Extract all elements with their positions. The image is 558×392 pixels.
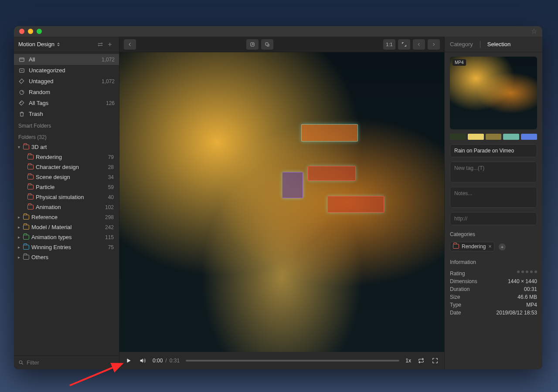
folder-character-design[interactable]: Character design28 [14, 162, 119, 172]
player-bar: 0:00 / 0:31 1x [119, 352, 444, 369]
folder-icon [27, 165, 34, 169]
svg-line-7 [70, 364, 122, 385]
folder-icon [23, 245, 30, 250]
folder-rendering[interactable]: Rendering79 [14, 152, 119, 162]
category-chip[interactable]: Rendering × [450, 242, 494, 251]
sidebar-item-trash[interactable]: Trash [14, 108, 119, 119]
inspector-body: MP4 Rain on Parade on Vimeo New tag...(T… [445, 52, 542, 369]
next-button[interactable] [428, 39, 440, 50]
fullscreen-button[interactable] [431, 357, 439, 365]
sidebar-item-all-tags[interactable]: All Tags126 [14, 98, 119, 108]
information-label: Information [450, 259, 537, 265]
info-row-type: TypeMP4 [450, 301, 537, 309]
folder-3d-art[interactable]: ▾3D art [14, 142, 119, 152]
open-external-button[interactable] [246, 39, 259, 50]
close-window-icon[interactable] [19, 29, 24, 34]
folder-scene-design[interactable]: Scene design34 [14, 172, 119, 182]
preview-pane: 1:1 [119, 37, 445, 369]
folder-physical-simulation[interactable]: Physical simulation40 [14, 192, 119, 202]
scale-actual-button[interactable]: 1:1 [383, 39, 395, 50]
color-swatch[interactable] [521, 134, 537, 140]
notes-input[interactable]: Notes... [450, 187, 537, 208]
folder-reference[interactable]: ▸Reference298 [14, 212, 119, 222]
disclosure-icon[interactable]: ▸ [17, 225, 21, 230]
trash-icon [18, 111, 25, 117]
tags-icon [18, 100, 25, 106]
folder-icon [23, 255, 30, 260]
folder-model-material[interactable]: ▸Model / Material242 [14, 222, 119, 232]
back-button[interactable] [124, 39, 136, 50]
smart-folders-label: Smart Folders [14, 119, 119, 131]
category-chip-label: Rendering [462, 243, 486, 250]
sidebar-item-all[interactable]: All1,072 [14, 54, 119, 65]
color-swatch[interactable] [486, 134, 502, 140]
tab-selection[interactable]: Selection [487, 39, 510, 49]
annotation-arrow [65, 362, 126, 388]
speed-button[interactable]: 1x [405, 358, 411, 364]
info-row-size: Size46.6 MB [450, 293, 537, 301]
folder-particle[interactable]: Particle59 [14, 182, 119, 192]
folder-icon [27, 195, 34, 199]
seek-bar[interactable] [186, 360, 399, 362]
folder-icon [453, 244, 459, 249]
untag-icon [18, 78, 25, 84]
zoom-window-icon[interactable] [37, 29, 42, 34]
window-controls [19, 29, 42, 34]
sidebar-item-random[interactable]: Random [14, 87, 119, 98]
folder-others[interactable]: ▸Others [14, 252, 119, 262]
remove-chip-icon[interactable]: × [488, 243, 491, 250]
svg-point-2 [20, 90, 24, 94]
rating-stars[interactable] [517, 270, 537, 277]
color-swatch[interactable] [503, 134, 519, 140]
folder-icon [23, 235, 30, 240]
fit-button[interactable] [398, 39, 410, 50]
time-duration: 0:31 [170, 358, 180, 364]
svg-point-4 [19, 361, 22, 364]
svg-rect-0 [20, 57, 24, 61]
preview-viewport[interactable] [119, 52, 444, 352]
categories-label: Categories [450, 231, 537, 237]
tag-input[interactable]: New tag...(T) [450, 162, 537, 182]
folder-animation-types[interactable]: ▸Animation types115 [14, 232, 119, 242]
preview-toolbar: 1:1 [119, 37, 444, 52]
uncat-icon [18, 68, 25, 74]
folder-icon [23, 225, 30, 230]
thumbnail[interactable]: MP4 [450, 57, 537, 129]
disclosure-icon[interactable]: ▸ [17, 245, 21, 250]
sidebar-list[interactable]: All1,072UncategorizedUntagged1,072Random… [14, 52, 119, 355]
library-header: Motion Design [14, 37, 119, 52]
pin-icon[interactable] [531, 28, 537, 34]
prev-button[interactable] [413, 39, 425, 50]
folder-icon [27, 155, 34, 159]
preview-media [119, 52, 444, 352]
title-field[interactable]: Rain on Parade on Vimeo [450, 144, 537, 157]
volume-button[interactable] [139, 357, 146, 365]
toggle-sidebar-button[interactable] [95, 40, 105, 49]
disclosure-icon[interactable]: ▸ [17, 235, 21, 240]
tab-category[interactable]: Category [450, 39, 473, 49]
info-row-rating: Rating [450, 270, 537, 277]
disclosure-icon[interactable]: ▾ [17, 145, 21, 149]
loop-button[interactable] [417, 357, 425, 365]
inspector-tabs: Category Selection [445, 37, 542, 52]
svg-rect-6 [265, 43, 268, 45]
url-input[interactable]: http:// [450, 212, 537, 225]
color-swatches [450, 134, 537, 140]
folder-animation[interactable]: Animation102 [14, 202, 119, 212]
sidebar-item-uncategorized[interactable]: Uncategorized [14, 65, 119, 76]
minimize-window-icon[interactable] [28, 29, 33, 34]
categories-row: Rendering × + [450, 242, 537, 251]
add-category-button[interactable]: + [499, 243, 506, 250]
library-switcher[interactable]: Motion Design [18, 41, 95, 47]
disclosure-icon[interactable]: ▸ [17, 215, 21, 220]
disclosure-icon[interactable]: ▸ [17, 255, 21, 260]
folder-icon [23, 215, 30, 220]
time-display: 0:00 / 0:31 [153, 358, 180, 364]
open-window-button[interactable] [261, 39, 273, 50]
color-swatch[interactable] [468, 134, 484, 140]
add-button[interactable] [105, 40, 115, 49]
folder-winning-entries[interactable]: ▸Winning Entries75 [14, 242, 119, 252]
sidebar-item-untagged[interactable]: Untagged1,072 [14, 76, 119, 87]
color-swatch[interactable] [450, 134, 466, 140]
folder-icon [27, 185, 34, 189]
